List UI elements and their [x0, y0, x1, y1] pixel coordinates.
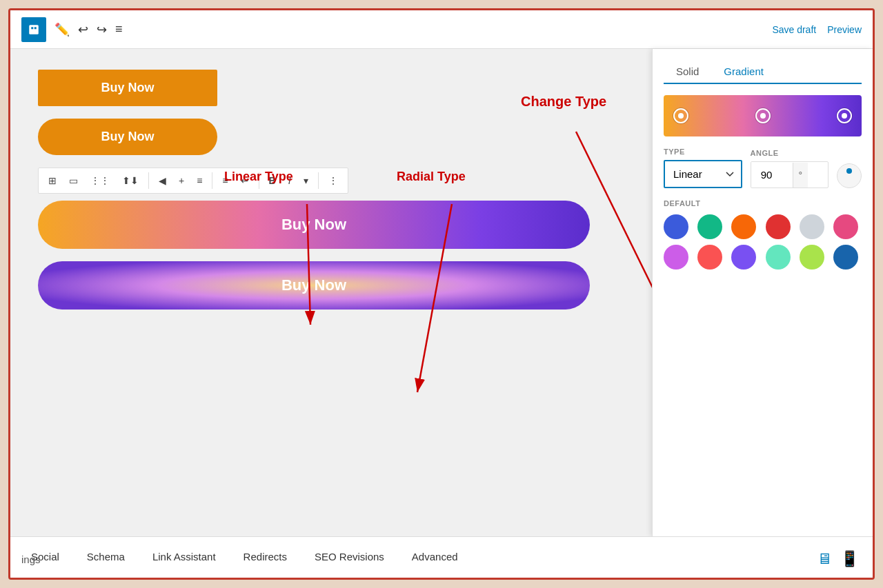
type-label: TYPE [664, 148, 742, 156]
toolbar-left: ✏️ ↩ ↪ ≡ [21, 17, 761, 42]
swatch-light-purple[interactable] [664, 245, 688, 270]
block-toolbar-btn-bold[interactable]: B [264, 171, 281, 190]
angle-dot [846, 168, 852, 174]
save-draft-link[interactable]: Save draft [772, 24, 816, 35]
block-toolbar-btn-align[interactable]: ≡ [191, 171, 208, 190]
default-label: DEFAULT [664, 199, 862, 207]
swatch-lime[interactable] [800, 245, 824, 270]
btn-gradient-radial[interactable]: Buy Now [38, 261, 590, 310]
gradient-bar[interactable] [664, 95, 862, 136]
list-view-icon[interactable]: ≡ [115, 22, 123, 37]
annotation-change-type: Change Type [521, 94, 606, 110]
tab-schema[interactable]: Schema [87, 548, 125, 567]
gradient-stop-1[interactable] [673, 108, 688, 123]
settings-label: ings [21, 554, 41, 565]
block-toolbar-btn-dots[interactable]: ⋮⋮ [85, 171, 115, 190]
swatch-red[interactable] [766, 214, 791, 239]
sep1 [148, 172, 149, 189]
angle-unit: ° [793, 163, 808, 187]
color-panel: Solid Gradient TYPE Linear Radial [652, 49, 873, 536]
bottom-tabs-bar: ings Social Schema Link Assistant Redire… [10, 536, 873, 578]
tab-gradient[interactable]: Gradient [711, 60, 776, 84]
gradient-stop-2[interactable] [755, 108, 771, 123]
swatch-light-gray[interactable] [800, 214, 824, 239]
block-toolbar-btn-align2[interactable]: ≡ [217, 171, 233, 190]
block-toolbar-btn-dropdown[interactable]: ▾ [298, 171, 314, 190]
block-toolbar-btn-link[interactable]: ↩ [235, 171, 255, 190]
swatch-orange[interactable] [731, 214, 756, 239]
swatch-light-red[interactable] [697, 245, 722, 270]
sep2 [212, 172, 212, 189]
redo-icon[interactable]: ↪ [97, 22, 107, 37]
block-toolbar: ⊞ ▭ ⋮⋮ ⬆⬇ ◀ + ≡ ≡ ↩ B I ▾ ⋮ [38, 168, 348, 194]
mobile-icon[interactable]: 📱 [840, 550, 859, 568]
annotation-radial-type: Radial Type [397, 170, 466, 184]
device-icons: 🖥 📱 [817, 550, 859, 568]
swatch-blue[interactable] [664, 214, 688, 239]
angle-input-wrap: ° [751, 161, 829, 188]
panel-tabs: Solid Gradient [664, 60, 862, 84]
swatch-dark-blue[interactable] [833, 245, 858, 270]
swatch-purple[interactable] [731, 245, 756, 270]
angle-picker[interactable] [837, 163, 862, 188]
block-toolbar-btn-grid[interactable]: ⊞ [43, 171, 62, 190]
preview-link[interactable]: Preview [827, 24, 862, 35]
swatch-teal[interactable] [697, 214, 722, 239]
sep3 [259, 172, 259, 189]
angle-label: ANGLE [751, 149, 829, 157]
undo-icon[interactable]: ↩ [78, 22, 88, 37]
svg-rect-2 [34, 27, 37, 29]
main-frame: ✏️ ↩ ↪ ≡ Save draft Preview Buy Now Buy … [8, 8, 875, 580]
type-angle-row: TYPE Linear Radial ANGLE ° [664, 148, 862, 188]
gradient-stop-3[interactable] [837, 108, 852, 123]
angle-input[interactable] [751, 162, 793, 187]
svg-rect-1 [31, 27, 33, 29]
main-area: Buy Now Buy Now Linear Type Radial Type … [10, 49, 873, 536]
block-toolbar-btn-arrows[interactable]: ⬆⬇ [117, 171, 144, 190]
swatch-pink[interactable] [833, 214, 858, 239]
btn-gradient-linear[interactable]: Buy Now [38, 201, 590, 249]
toolbar: ✏️ ↩ ↪ ≡ Save draft Preview [10, 10, 873, 49]
swatches-row-1 [664, 214, 862, 270]
btn-pill-solid[interactable]: Buy Now [38, 119, 217, 155]
desktop-icon[interactable]: 🖥 [817, 550, 832, 568]
block-toolbar-btn-plus[interactable]: + [173, 171, 190, 190]
tab-seo-revisions[interactable]: SEO Revisions [315, 548, 384, 567]
block-toolbar-btn-more[interactable]: ⋮ [323, 171, 344, 190]
svg-rect-0 [29, 25, 39, 34]
block-toolbar-btn-left[interactable]: ◀ [153, 171, 172, 190]
type-col: TYPE Linear Radial [664, 148, 742, 188]
angle-col: ANGLE ° [751, 149, 829, 188]
pencil-icon[interactable]: ✏️ [54, 22, 70, 37]
tab-solid[interactable]: Solid [664, 60, 711, 83]
sep4 [318, 172, 319, 189]
toolbar-right: Save draft Preview [772, 24, 862, 35]
wp-logo[interactable] [21, 17, 46, 42]
tab-redirects[interactable]: Redirects [244, 548, 287, 567]
block-toolbar-btn-box[interactable]: ▭ [63, 171, 83, 190]
tab-link-assistant[interactable]: Link Assistant [152, 548, 216, 567]
block-toolbar-btn-italic[interactable]: I [283, 171, 297, 190]
swatch-mint[interactable] [766, 245, 791, 270]
type-select[interactable]: Linear Radial [664, 160, 742, 188]
btn-rect[interactable]: Buy Now [38, 70, 217, 106]
tab-advanced[interactable]: Advanced [412, 548, 458, 567]
